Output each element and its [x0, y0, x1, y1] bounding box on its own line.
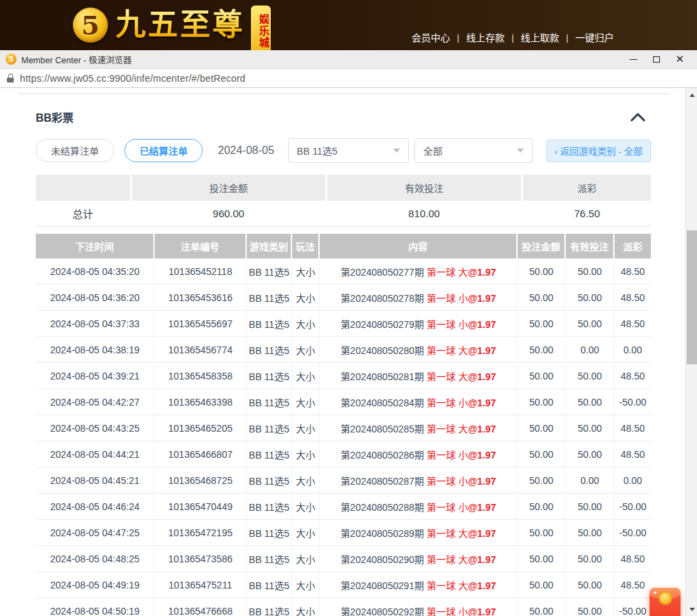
table-row: 2024-08-05 04:38:19 101365456774 BB 11选5… [36, 337, 651, 363]
game-category-cell: BB 11选5 [247, 337, 292, 362]
vertical-scrollbar[interactable] [685, 88, 697, 616]
valid-bet-cell: 0.00 [566, 337, 615, 362]
bet-amount-cell: 50.00 [518, 363, 566, 388]
valid-bet-cell: 50.00 [566, 441, 615, 467]
back-to-category-button[interactable]: ‹ 返回游戏类别 - 全部 [546, 140, 651, 162]
scrollbar-thumb[interactable] [687, 230, 697, 364]
bet-id-cell: 101365455697 [155, 311, 247, 336]
bet-amount-cell: 50.00 [518, 520, 566, 545]
scroll-up-arrow-icon[interactable] [686, 89, 697, 100]
period-text: 第202408050292期 [340, 604, 423, 616]
bet-time-cell: 2024-08-05 04:37:33 [36, 311, 155, 336]
red-envelope-icon[interactable] [650, 588, 681, 616]
col-game-category: 游戏类别 [247, 234, 292, 258]
nav-member-center[interactable]: 会员中心 [412, 30, 450, 44]
pick-text: 第一球 小@1.97 [427, 604, 496, 616]
bet-time-cell: 2024-08-05 04:45:21 [36, 468, 155, 493]
pick-text: 第一球 大@1.97 [427, 265, 496, 278]
col-content: 内容 [320, 234, 518, 258]
play-type-cell: 大小 [292, 258, 320, 284]
pick-text: 第一球 大@1.97 [427, 526, 496, 540]
pick-text: 第一球 大@1.97 [427, 369, 496, 383]
pick-text: 第一球 小@1.97 [427, 317, 496, 331]
settled-bets-button[interactable]: 已结算注单 [124, 139, 203, 162]
play-type-cell: 大小 [292, 285, 320, 310]
valid-bet-cell: 50.00 [566, 363, 615, 388]
nav-separator: | [511, 32, 513, 43]
url-bar[interactable]: https://www.jw05.cc:9900/infe/mcenter/#/… [0, 69, 697, 88]
game-category-cell: BB 11选5 [247, 363, 292, 388]
scope-select[interactable]: 全部 [414, 138, 533, 163]
period-text: 第202408050287期 [340, 474, 423, 487]
minimize-button[interactable] [621, 51, 645, 67]
unsettled-bets-button[interactable]: 未结算注单 [36, 139, 114, 162]
summary-bet-amount: 960.00 [132, 201, 327, 227]
close-button[interactable]: ✕ [668, 51, 692, 67]
summary-header-bet-amount: 投注金额 [132, 175, 327, 201]
play-type-cell: 大小 [292, 363, 320, 388]
play-type-cell: 大小 [292, 546, 320, 571]
bet-content-cell: 第202408050280期 第一球 大@1.97 [320, 337, 518, 362]
bet-amount-cell: 50.00 [518, 337, 566, 362]
valid-bet-cell: 50.00 [566, 285, 615, 310]
banner-nav: 会员中心 | 线上存款 | 线上取款 | 一键归户 [412, 30, 614, 44]
bet-amount-cell: 50.00 [518, 598, 566, 616]
chevron-down-icon [393, 148, 400, 153]
pick-text: 第一球 小@1.97 [427, 291, 496, 305]
site-banner: 5 九五至尊 娱乐城 会员中心 | 线上存款 | 线上取款 | 一键归户 [0, 0, 697, 50]
pick-text: 第一球 小@1.97 [427, 500, 496, 514]
period-text: 第202408050289期 [340, 526, 423, 540]
bet-time-cell: 2024-08-05 04:44:21 [36, 441, 155, 467]
bet-content-cell: 第202408050288期 第一球 小@1.97 [320, 494, 518, 519]
bet-time-cell: 2024-08-05 04:39:21 [36, 363, 155, 388]
bet-time-cell: 2024-08-05 04:43:25 [36, 415, 155, 441]
collapse-chevron-up-icon[interactable] [630, 113, 645, 122]
nav-online-deposit[interactable]: 线上存款 [466, 30, 505, 44]
payout-cell: 0.00 [615, 337, 651, 362]
game-category-cell: BB 11选5 [247, 598, 292, 616]
nav-online-withdraw[interactable]: 线上取款 [521, 30, 560, 44]
payout-cell: 48.50 [615, 311, 651, 336]
table-row: 2024-08-05 04:48:25 101365473586 BB 11选5… [36, 546, 651, 572]
period-text: 第202408050280期 [340, 343, 423, 357]
summary-header-payout: 派彩 [523, 175, 651, 201]
pick-text: 第一球 小@1.97 [427, 448, 496, 461]
game-category-cell: BB 11选5 [247, 441, 292, 467]
valid-bet-cell: 50.00 [566, 520, 615, 545]
url-text[interactable]: https://www.jw05.cc:9900/infe/mcenter/#/… [20, 73, 245, 84]
bet-amount-cell: 50.00 [518, 546, 566, 571]
summary-payout: 76.50 [523, 201, 651, 227]
payout-cell: 0.00 [615, 468, 651, 493]
valid-bet-cell: 50.00 [566, 572, 615, 597]
bet-time-cell: 2024-08-05 04:38:19 [36, 337, 155, 362]
bet-id-cell: 101365456774 [155, 337, 247, 362]
page-viewport: BB彩票 未结算注单 已结算注单 2024-08-05 BB 11选5 全部 ‹… [0, 88, 697, 616]
bet-id-cell: 101365452118 [155, 258, 247, 284]
window-controls: ✕ [621, 51, 692, 67]
summary-total-label: 总计 [36, 201, 132, 227]
valid-bet-cell: 50.00 [566, 546, 615, 571]
scroll-down-arrow-icon[interactable] [686, 604, 697, 615]
bet-time-cell: 2024-08-05 04:46:24 [36, 494, 155, 519]
payout-cell: -50.00 [615, 598, 651, 616]
pick-text: 第一球 大@1.97 [427, 421, 496, 435]
period-text: 第202408050279期 [340, 317, 423, 331]
table-row: 2024-08-05 04:37:33 101365455697 BB 11选5… [36, 311, 651, 337]
play-type-cell: 大小 [292, 520, 320, 545]
payout-cell: -50.00 [615, 494, 651, 519]
bet-id-cell: 101365463398 [155, 389, 247, 415]
bet-time-cell: 2024-08-05 04:35:20 [36, 258, 155, 284]
table-row: 2024-08-05 04:39:21 101365458358 BB 11选5… [36, 363, 651, 389]
nav-separator: | [566, 32, 568, 43]
table-row: 2024-08-05 04:36:20 101365453616 BB 11选5… [36, 285, 651, 311]
page-title: BB彩票 [36, 109, 74, 125]
pick-text: 第一球 大@1.97 [427, 552, 496, 566]
bet-content-cell: 第202408050287期 第一球 小@1.97 [320, 468, 518, 493]
bet-content-cell: 第202408050278期 第一球 小@1.97 [320, 285, 518, 310]
payout-cell: 48.50 [615, 546, 651, 571]
play-type-cell: 大小 [292, 441, 320, 467]
game-select[interactable]: BB 11选5 [288, 138, 409, 163]
play-type-cell: 大小 [292, 494, 320, 519]
maximize-button[interactable] [645, 51, 668, 67]
nav-one-key-transfer[interactable]: 一键归户 [575, 30, 614, 44]
